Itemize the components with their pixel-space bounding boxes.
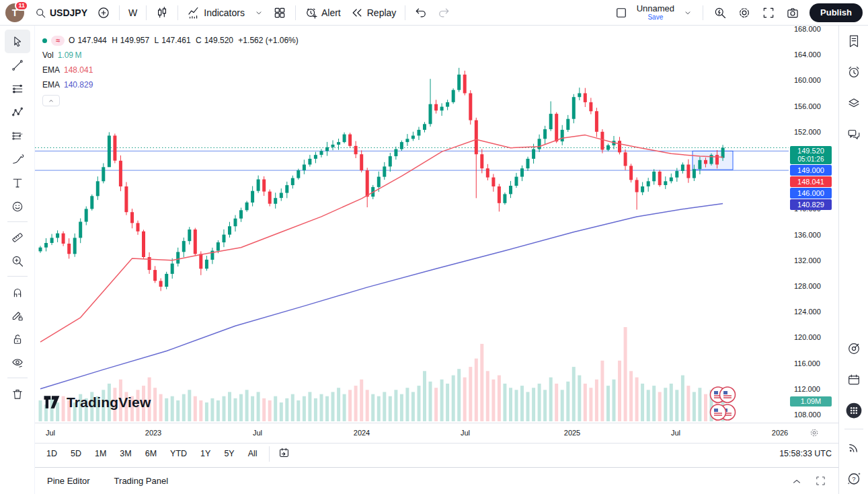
tool-trend-line[interactable] bbox=[5, 53, 30, 77]
delayed-data-badge[interactable]: ≈ bbox=[51, 36, 65, 46]
sidebar-streams-button[interactable] bbox=[842, 435, 866, 460]
chevron-down-icon bbox=[683, 8, 693, 17]
range-button-5y[interactable]: 5Y bbox=[219, 447, 239, 460]
redo-button[interactable] bbox=[432, 3, 455, 22]
symbol-name: USDJPY bbox=[50, 7, 87, 18]
price-tick-label: 136.000 bbox=[794, 231, 821, 239]
price-axis[interactable]: 168.000164.000160.000156.000152.000148.0… bbox=[789, 26, 838, 423]
candlestick-style-icon bbox=[155, 6, 169, 20]
layout-name-button[interactable]: Unnamed Save bbox=[634, 4, 677, 21]
sidebar-calendar-button[interactable] bbox=[842, 367, 866, 392]
tool-xabcd-pattern[interactable] bbox=[5, 100, 30, 124]
sidebar-apps-button[interactable] bbox=[842, 398, 866, 423]
right-sidebar: ? bbox=[838, 26, 868, 494]
alert-clock-icon bbox=[305, 6, 318, 20]
axis-settings-gear-icon[interactable] bbox=[809, 427, 820, 441]
replay-button[interactable]: Replay bbox=[346, 3, 401, 22]
indicator-templates-button[interactable] bbox=[249, 5, 268, 20]
user-avatar[interactable]: T 11 bbox=[5, 3, 24, 22]
price-tick-label: 108.000 bbox=[794, 411, 821, 419]
range-button-1y[interactable]: 1Y bbox=[196, 447, 215, 460]
tool-brush[interactable] bbox=[5, 147, 30, 171]
countdown-timer: 05:01:26 bbox=[798, 155, 824, 164]
price-tick-label: 116.000 bbox=[794, 359, 820, 367]
range-button-1m[interactable]: 1M bbox=[90, 447, 111, 460]
range-button-1d[interactable]: 1D bbox=[42, 447, 62, 460]
plus-circle-icon bbox=[97, 6, 110, 20]
panel-expand-chevron-icon[interactable] bbox=[791, 475, 803, 487]
range-button-5d[interactable]: 5D bbox=[66, 447, 86, 460]
alert-label: Alert bbox=[321, 7, 341, 18]
tool-text[interactable] bbox=[5, 171, 30, 195]
publish-button[interactable]: Publish bbox=[810, 3, 863, 22]
screener-target-icon bbox=[846, 341, 861, 356]
chart-style-button[interactable] bbox=[151, 3, 173, 22]
ema-fast-legend-row[interactable]: EMA 148.041 bbox=[42, 63, 301, 77]
ema-slow-legend-row[interactable]: EMA 140.829 bbox=[42, 77, 301, 92]
clock-utc[interactable]: 15:58:33 UTC bbox=[779, 449, 832, 458]
price-tick-label: 124.000 bbox=[794, 308, 821, 316]
tool-fib-retracement[interactable] bbox=[5, 77, 30, 100]
price-tick-label: 120.000 bbox=[794, 333, 821, 341]
legend-collapse-button[interactable] bbox=[42, 95, 60, 106]
time-axis[interactable]: Jul2023Jul2024Jul2025Jul2026 bbox=[35, 423, 838, 443]
indicators-label: Indicators bbox=[204, 7, 245, 18]
layouts-dropdown-button[interactable] bbox=[678, 5, 697, 20]
range-button-all[interactable]: All bbox=[243, 447, 262, 460]
range-button-3m[interactable]: 3M bbox=[115, 447, 136, 460]
tool-zoom-in[interactable] bbox=[5, 249, 30, 273]
xabcd-pattern-icon bbox=[11, 106, 24, 119]
sidebar-object-tree-button[interactable] bbox=[842, 91, 866, 115]
alert-button[interactable]: Alert bbox=[300, 3, 346, 22]
price-axis-label: 140.829 bbox=[790, 199, 832, 210]
tab-pine-editor[interactable]: Pine Editor bbox=[47, 476, 90, 486]
redo-icon bbox=[437, 6, 450, 20]
volume-legend-row[interactable]: Vol 1.09 M bbox=[42, 48, 301, 63]
tool-remove-objects[interactable] bbox=[5, 382, 30, 405]
tool-magnet[interactable] bbox=[5, 280, 30, 304]
panel-maximize-icon[interactable] bbox=[815, 475, 826, 487]
price-tick-label: 152.000 bbox=[794, 128, 821, 136]
tool-ruler[interactable] bbox=[5, 225, 30, 249]
economic-event-flags-us[interactable] bbox=[709, 403, 738, 421]
watchlist-icon bbox=[846, 34, 861, 48]
bottom-panel: Pine Editor Trading Panel bbox=[35, 467, 838, 494]
camera-icon bbox=[786, 6, 799, 20]
symbol-legend-row[interactable]: ≈ O147.944 H149.957 L147.461 C149.520 +1… bbox=[42, 33, 301, 48]
price-tick-label: 164.000 bbox=[794, 50, 821, 59]
fullscreen-button[interactable] bbox=[757, 3, 780, 22]
price-axis-label: 149.000 bbox=[790, 165, 832, 176]
alarm-clock-icon bbox=[846, 65, 861, 79]
range-button-ytd[interactable]: YTD bbox=[165, 447, 192, 460]
tool-emoji[interactable] bbox=[5, 195, 30, 218]
price-axis-label: 148.041 bbox=[790, 176, 832, 187]
sidebar-alerts-button[interactable] bbox=[842, 60, 866, 84]
economic-event-flags-us[interactable] bbox=[709, 386, 738, 404]
snapshot-button[interactable] bbox=[781, 3, 804, 22]
trend-line-icon bbox=[11, 59, 24, 72]
tool-hide-drawings[interactable] bbox=[5, 351, 30, 374]
save-label: Save bbox=[647, 13, 663, 21]
go-to-date-button[interactable] bbox=[269, 446, 290, 462]
quick-search-button[interactable] bbox=[709, 3, 732, 22]
sidebar-help-button[interactable]: ? bbox=[842, 466, 866, 491]
symbol-search-button[interactable]: USDJPY bbox=[30, 4, 92, 22]
tool-drawing-mode-lock[interactable] bbox=[5, 304, 30, 327]
tool-forecast[interactable] bbox=[5, 124, 30, 147]
tab-trading-panel[interactable]: Trading Panel bbox=[114, 476, 168, 486]
interval-button[interactable]: W bbox=[124, 5, 142, 21]
undo-button[interactable] bbox=[409, 3, 432, 22]
grid-layout-button[interactable] bbox=[268, 3, 291, 22]
chart-legend: ≈ O147.944 H149.957 L147.461 C149.520 +1… bbox=[42, 33, 301, 106]
sidebar-screener-button[interactable] bbox=[842, 337, 866, 361]
sidebar-chat-button[interactable] bbox=[842, 122, 866, 146]
tool-cursor[interactable] bbox=[5, 30, 30, 53]
tool-lock-all[interactable] bbox=[5, 327, 30, 351]
manage-layouts-button[interactable] bbox=[610, 3, 633, 22]
indicators-button[interactable]: Indicators bbox=[182, 3, 249, 22]
ema-fast-value: 148.041 bbox=[64, 65, 93, 75]
sidebar-watchlist-button[interactable] bbox=[842, 29, 866, 53]
chart-settings-button[interactable] bbox=[733, 3, 756, 22]
compare-add-button[interactable] bbox=[92, 3, 115, 22]
range-button-6m[interactable]: 6M bbox=[141, 447, 161, 460]
